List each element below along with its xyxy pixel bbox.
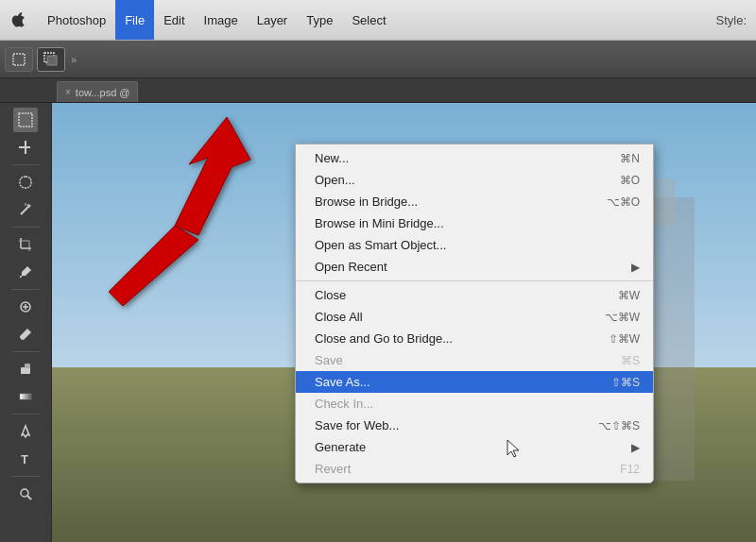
- menubar-file[interactable]: File: [115, 0, 154, 40]
- menu-item-open[interactable]: Open... ⌘O: [296, 169, 653, 191]
- menubar-photoshop[interactable]: Photoshop: [38, 0, 115, 40]
- tools-separator-1: [11, 164, 40, 165]
- main-area: T: [0, 103, 756, 542]
- menu-item-save-label: Save: [315, 353, 343, 367]
- tools-separator-2: [11, 227, 40, 228]
- menu-item-open-shortcut: ⌘O: [620, 174, 640, 187]
- svg-line-22: [27, 496, 31, 500]
- marquee-select-btn[interactable]: [5, 47, 33, 72]
- menu-item-smart-obj[interactable]: Open as Smart Object...: [296, 234, 653, 256]
- menu-item-mini-bridge-label: Browse in Mini Bridge...: [315, 216, 444, 230]
- tab-filename: tow...psd @: [76, 87, 130, 98]
- menu-item-close-all[interactable]: Close All ⌥⌘W: [296, 306, 653, 328]
- menubar-type[interactable]: Type: [297, 0, 342, 40]
- svg-text:T: T: [21, 452, 28, 466]
- type-tool-icon[interactable]: T: [13, 447, 38, 471]
- menu-item-check-in: Check In...: [296, 393, 653, 415]
- menu-item-open-label: Open...: [315, 173, 355, 187]
- document-tab[interactable]: × tow...psd @: [57, 81, 138, 102]
- menubar-image[interactable]: Image: [195, 0, 248, 40]
- move-tool-btn[interactable]: [37, 47, 65, 72]
- menu-item-bridge[interactable]: Browse in Bridge... ⌥⌘O: [296, 191, 653, 212]
- crop-tool-icon[interactable]: [13, 232, 38, 257]
- menu-item-open-recent-label: Open Recent: [315, 260, 387, 274]
- heal-brush-icon[interactable]: [13, 295, 38, 319]
- apple-menu[interactable]: [0, 12, 38, 27]
- tools-separator-3: [11, 289, 40, 290]
- file-dropdown-menu: New... ⌘N Open... ⌘O Browse in Bridge...…: [295, 144, 654, 483]
- menu-item-save-shortcut: ⌘S: [621, 354, 640, 367]
- menu-item-new-shortcut: ⌘N: [620, 152, 640, 165]
- svg-line-7: [27, 204, 28, 206]
- tools-separator-6: [11, 476, 40, 477]
- svg-rect-2: [47, 56, 57, 65]
- svg-marker-4: [19, 141, 30, 154]
- menu-item-mini-bridge[interactable]: Browse in Mini Bridge...: [296, 212, 653, 234]
- svg-rect-3: [19, 113, 32, 127]
- menu-item-close-all-label: Close All: [315, 310, 363, 324]
- svg-rect-19: [20, 394, 31, 399]
- menu-item-new[interactable]: New... ⌘N: [296, 147, 653, 169]
- move-tool-icon[interactable]: [13, 135, 38, 160]
- toolbar-expand[interactable]: »: [69, 54, 78, 65]
- menu-item-close-shortcut: ⌘W: [618, 289, 640, 302]
- svg-rect-18: [25, 364, 30, 368]
- svg-rect-17: [21, 367, 30, 374]
- menu-item-save-web-label: Save for Web...: [315, 418, 399, 432]
- menu-item-close[interactable]: Close ⌘W: [296, 284, 653, 306]
- menu-item-open-recent[interactable]: Open Recent ▶: [296, 256, 653, 278]
- tools-separator-5: [11, 414, 40, 415]
- main-toolbar: »: [0, 41, 756, 78]
- eyedropper-icon[interactable]: [13, 260, 38, 284]
- tab-close-btn[interactable]: ×: [65, 88, 71, 97]
- eraser-icon[interactable]: [13, 357, 38, 381]
- menu-item-close-all-shortcut: ⌥⌘W: [605, 311, 640, 324]
- menu-item-bridge-shortcut: ⌥⌘O: [607, 195, 640, 209]
- lasso-tool-icon[interactable]: [13, 170, 38, 195]
- svg-rect-0: [13, 54, 25, 65]
- svg-line-13: [20, 276, 22, 278]
- menu-item-save-as[interactable]: Save As... ⇧⌘S: [296, 371, 653, 393]
- svg-point-21: [21, 489, 28, 497]
- generate-arrow-icon: ▶: [631, 441, 640, 454]
- menu-item-revert-shortcut: F12: [620, 463, 640, 476]
- menu-item-close-label: Close: [315, 288, 346, 302]
- menu-item-save-web-shortcut: ⌥⇧⌘S: [598, 419, 640, 432]
- tools-separator-4: [11, 351, 40, 352]
- menu-item-save: Save ⌘S: [296, 349, 653, 371]
- menu-item-generate-label: Generate: [315, 440, 366, 454]
- canvas-area: New... ⌘N Open... ⌘O Browse in Bridge...…: [52, 103, 756, 542]
- menubar-edit[interactable]: Edit: [154, 0, 194, 40]
- menu-item-close-bridge[interactable]: Close and Go to Bridge... ⇧⌘W: [296, 328, 653, 349]
- style-label: Style:: [706, 13, 756, 27]
- menu-item-new-label: New...: [315, 151, 349, 165]
- magic-wand-icon[interactable]: [13, 197, 38, 222]
- menu-item-revert: Revert F12: [296, 458, 653, 480]
- zoom-tool-icon[interactable]: [13, 482, 38, 506]
- menu-separator-1: [296, 280, 653, 281]
- marquee-tool-icon[interactable]: [13, 108, 38, 132]
- menu-item-close-bridge-shortcut: ⇧⌘W: [609, 332, 640, 346]
- menu-item-save-web[interactable]: Save for Web... ⌥⇧⌘S: [296, 415, 653, 436]
- pen-tool-icon[interactable]: [13, 419, 38, 444]
- gradient-icon[interactable]: [13, 384, 38, 409]
- menu-item-revert-label: Revert: [315, 462, 351, 476]
- open-recent-arrow-icon: ▶: [631, 261, 640, 274]
- menu-item-bridge-label: Browse in Bridge...: [315, 195, 418, 209]
- menubar-layer[interactable]: Layer: [248, 0, 298, 40]
- brush-tool-icon[interactable]: [13, 322, 38, 347]
- menubar: Photoshop File Edit Image Layer Type Sel…: [0, 0, 756, 41]
- tools-panel: T: [0, 103, 52, 542]
- menu-item-smart-obj-label: Open as Smart Object...: [315, 238, 446, 252]
- menu-item-save-as-label: Save As...: [315, 375, 370, 389]
- menu-item-save-as-shortcut: ⇧⌘S: [611, 376, 640, 389]
- tabs-row: × tow...psd @: [0, 78, 756, 103]
- menu-item-check-in-label: Check In...: [315, 397, 373, 411]
- menubar-select[interactable]: Select: [342, 0, 395, 40]
- menu-item-generate[interactable]: Generate ▶: [296, 436, 653, 458]
- menu-item-close-bridge-label: Close and Go to Bridge...: [315, 331, 453, 346]
